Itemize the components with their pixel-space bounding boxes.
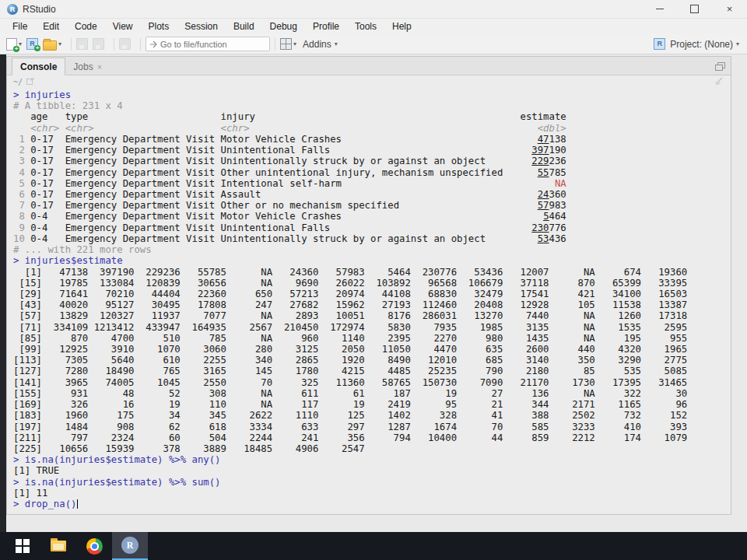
menu-tools[interactable]: Tools [347, 19, 384, 33]
toolbar-separator [140, 38, 141, 51]
console-line: <chr> <chr> <chr> <dbl> [13, 123, 731, 134]
console-line: [99] 12925 3910 1070 3060 280 3125 2050 … [13, 344, 731, 355]
new-project-icon: R+ [26, 38, 38, 50]
close-tab-icon[interactable]: × [97, 62, 102, 72]
project-label: Project: (None) [670, 39, 733, 50]
menu-debug[interactable]: Debug [262, 19, 305, 33]
minimize-button[interactable] [642, 0, 677, 18]
new-file-button[interactable]: + ▾ [6, 38, 22, 51]
panes-grid-icon [280, 38, 292, 50]
console-line: # A tibble: 231 x 4 [13, 100, 731, 111]
pane-layout-button[interactable]: ▾ [280, 38, 296, 50]
restore-button[interactable] [677, 0, 712, 18]
console-header: ~/ [7, 75, 731, 89]
minimize-icon [656, 9, 664, 9]
new-project-button[interactable]: R+ [26, 38, 38, 50]
console-line: 6 0-17 Emergency Department Visit Assaul… [13, 189, 731, 200]
menu-edit[interactable]: Edit [35, 19, 67, 33]
open-file-button[interactable]: ▾ [43, 38, 61, 51]
taskbar: R [0, 532, 747, 560]
windows-logo-icon [16, 539, 30, 553]
clear-console-icon[interactable] [714, 77, 724, 88]
project-menu[interactable]: R Project: (None) ▾ [654, 38, 739, 50]
console-line: [43] 40020 95127 30495 17808 247 27682 1… [13, 299, 731, 310]
console-line: [211] 797 2324 60 504 2244 241 356 794 1… [13, 432, 731, 443]
console-line: 9 0-4 Emergency Department Visit Uninten… [13, 222, 731, 233]
project-cube-icon: R [654, 38, 665, 50]
console-line: [85] 870 4700 510 785 NA 960 1140 2395 2… [13, 333, 731, 344]
console-line: > injuries [13, 89, 731, 100]
addins-menu[interactable]: Addins ▾ [301, 39, 338, 50]
desktop-edge [0, 54, 6, 532]
menu-session[interactable]: Session [177, 19, 226, 33]
chevron-down-icon: ▾ [19, 40, 22, 47]
save-all-icon [93, 38, 104, 50]
rstudio-window: R RStudio × FileEditCodeViewPlotsSession… [0, 0, 747, 532]
tab-label: Console [20, 61, 57, 72]
console-line: > injuries$estimate [13, 255, 731, 266]
console-line: [197] 1484 908 62 618 3334 633 297 1287 … [13, 422, 731, 432]
chevron-down-icon: ▾ [335, 40, 338, 47]
popout-icon[interactable] [26, 78, 34, 86]
console-line: > is.na(injuries$estimate) %>% sum() [13, 477, 731, 488]
menu-code[interactable]: Code [67, 19, 105, 33]
console-line: 2 0-17 Emergency Department Visit Uninte… [13, 145, 731, 156]
console-line: [29] 71641 70210 44404 22360 650 57213 2… [13, 289, 731, 299]
tab-label: Jobs [73, 61, 93, 72]
print-button[interactable] [119, 38, 131, 50]
chrome-button[interactable] [76, 532, 112, 560]
toolbar-separator [114, 38, 114, 51]
toolbar-separator [275, 38, 275, 51]
console-line: [1] 11 [13, 488, 731, 499]
restore-icon [690, 5, 699, 13]
maximize-pane-button[interactable] [715, 61, 725, 75]
console-line: 8 0-4 Emergency Department Visit Motor V… [13, 211, 731, 222]
rstudio-taskbar-button[interactable]: R [112, 532, 148, 560]
console-line: > drop_na() [13, 499, 731, 509]
addins-label: Addins [303, 39, 331, 50]
text-cursor [77, 499, 78, 509]
console-line: [141] 3965 74005 1045 2550 70 325 11360 … [13, 377, 731, 388]
console-line: [1] TRUE [13, 465, 731, 476]
console-line: [183] 1960 175 34 345 2622 1110 125 1402… [13, 410, 731, 421]
open-folder-icon [43, 40, 57, 51]
working-directory[interactable]: ~/ [13, 78, 23, 86]
start-button[interactable] [5, 532, 40, 560]
file-explorer-button[interactable] [40, 532, 76, 560]
console-line: [71] 334109 1213412 433947 164935 2567 2… [13, 322, 731, 333]
close-button[interactable]: × [712, 0, 747, 18]
console-line: 3 0-17 Emergency Department Visit Uninte… [13, 156, 731, 166]
new-file-icon: + [6, 38, 17, 51]
goto-arrow-icon [149, 40, 159, 48]
menu-view[interactable]: View [105, 19, 141, 33]
folder-icon [51, 541, 66, 551]
menu-profile[interactable]: Profile [305, 19, 347, 33]
console-line: 4 0-17 Emergency Department Visit Other … [13, 167, 731, 178]
save-all-button[interactable] [93, 38, 104, 50]
tab-console[interactable]: Console [12, 58, 65, 75]
console-line: [1] 47138 397190 229236 55785 NA 24360 5… [13, 267, 731, 278]
console-output[interactable]: > injuries# A tibble: 231 x 4 age type i… [7, 89, 731, 516]
goto-file-search[interactable] [146, 37, 270, 51]
console-line: 5 0-17 Emergency Department Visit Intent… [13, 178, 731, 189]
console-line: 7 0-17 Emergency Department Visit Other … [13, 200, 731, 211]
goto-file-input[interactable] [159, 39, 259, 50]
menu-build[interactable]: Build [226, 19, 262, 33]
toolbar-separator [71, 38, 72, 51]
console-line: [113] 7305 5640 610 2255 340 2865 1920 8… [13, 355, 731, 366]
console-line: [225] 10656 15939 378 3889 18485 4906 25… [13, 443, 731, 454]
menu-help[interactable]: Help [384, 19, 419, 33]
rstudio-logo-icon: R [7, 4, 18, 15]
menu-plots[interactable]: Plots [141, 19, 177, 33]
window-footer [6, 515, 747, 532]
save-button[interactable] [76, 38, 88, 50]
close-icon: × [727, 3, 733, 15]
console-line: 1 0-17 Emergency Department Visit Motor … [13, 134, 731, 145]
console-line: [155] 931 48 52 308 NA 611 61 187 19 27 … [13, 388, 731, 399]
print-icon [119, 38, 131, 50]
chrome-icon [86, 538, 103, 555]
tab-jobs[interactable]: Jobs× [65, 58, 110, 75]
menu-file[interactable]: File [5, 19, 35, 33]
chevron-down-icon: ▾ [736, 40, 739, 47]
menu-bar: FileEditCodeViewPlotsSessionBuildDebugPr… [0, 19, 747, 34]
